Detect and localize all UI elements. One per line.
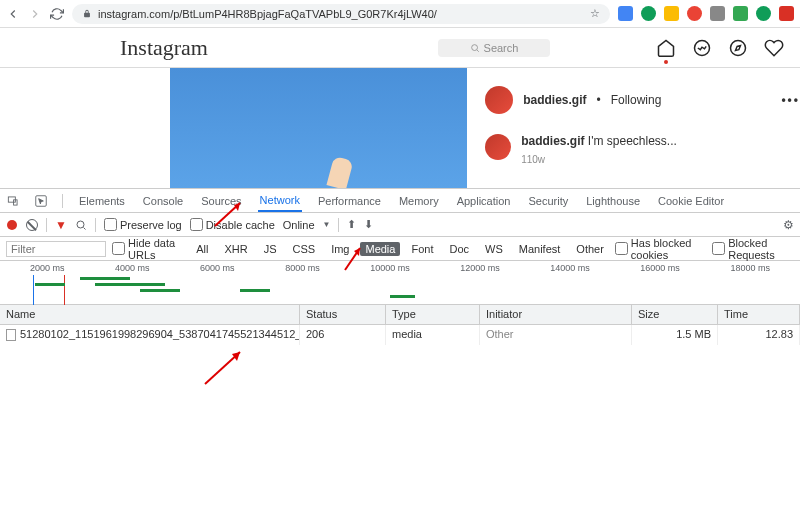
- disable-cache-checkbox[interactable]: Disable cache: [190, 218, 275, 231]
- svg-point-0: [471, 44, 477, 50]
- tab-console[interactable]: Console: [141, 191, 185, 211]
- post-header: baddies.gif • Following •••: [485, 86, 800, 114]
- star-icon[interactable]: ☆: [590, 7, 600, 20]
- tab-sources[interactable]: Sources: [199, 191, 243, 211]
- search-box[interactable]: Search: [438, 39, 551, 57]
- url-text: instagram.com/p/BtLumP4HR8BpjagFaQaTVAPb…: [98, 8, 437, 20]
- chip-font[interactable]: Font: [406, 242, 438, 256]
- more-options[interactable]: •••: [781, 93, 800, 107]
- blocked-requests-checkbox[interactable]: Blocked Requests: [712, 237, 794, 261]
- col-initiator[interactable]: Initiator: [480, 305, 632, 324]
- chip-css[interactable]: CSS: [288, 242, 321, 256]
- back-button[interactable]: [6, 7, 20, 21]
- chip-doc[interactable]: Doc: [444, 242, 474, 256]
- reload-button[interactable]: [50, 7, 64, 21]
- explore-icon[interactable]: [728, 38, 748, 58]
- cell-size: 1.5 MB: [632, 325, 718, 345]
- inspect-icon[interactable]: [34, 194, 48, 208]
- extension-icons: [618, 6, 794, 21]
- upload-icon[interactable]: ⬆: [347, 218, 356, 231]
- chip-ws[interactable]: WS: [480, 242, 508, 256]
- forward-button[interactable]: [28, 7, 42, 21]
- tab-elements[interactable]: Elements: [77, 191, 127, 211]
- content-area: baddies.gif • Following ••• baddies.gif …: [0, 68, 800, 188]
- col-status[interactable]: Status: [300, 305, 386, 324]
- tab-application[interactable]: Application: [455, 191, 513, 211]
- chip-xhr[interactable]: XHR: [219, 242, 252, 256]
- extension-icon[interactable]: [733, 6, 748, 21]
- time-labels: 2000 ms4000 ms6000 ms8000 ms10000 ms1200…: [0, 261, 800, 275]
- hide-data-urls-checkbox[interactable]: Hide data URLs: [112, 237, 185, 261]
- cell-name: 51280102_1151961998296904_53870417455213…: [0, 325, 300, 345]
- lock-icon: [82, 9, 92, 19]
- extension-icon[interactable]: [641, 6, 656, 21]
- tab-performance[interactable]: Performance: [316, 191, 383, 211]
- table-row[interactable]: 51280102_1151961998296904_53870417455213…: [0, 325, 800, 345]
- post-sidebar: baddies.gif • Following ••• baddies.gif …: [485, 68, 800, 188]
- col-name[interactable]: Name: [0, 305, 300, 324]
- filter-input[interactable]: [6, 241, 106, 257]
- annotation-arrow: [200, 349, 260, 391]
- blocked-cookies-checkbox[interactable]: Has blocked cookies: [615, 237, 706, 261]
- device-toggle-icon[interactable]: [6, 194, 20, 208]
- instagram-logo[interactable]: Instagram: [120, 35, 208, 61]
- extension-icon[interactable]: [664, 6, 679, 21]
- svg-point-2: [731, 40, 746, 55]
- extension-icon[interactable]: [687, 6, 702, 21]
- cell-initiator: Other: [480, 325, 632, 345]
- table-header: Name Status Type Initiator Size Time: [0, 305, 800, 325]
- cell-time: 12.83: [718, 325, 800, 345]
- network-toolbar: ▼ Preserve log Disable cache Online ▼ ⬆ …: [0, 213, 800, 237]
- extension-icon[interactable]: [710, 6, 725, 21]
- preserve-log-checkbox[interactable]: Preserve log: [104, 218, 182, 231]
- download-icon[interactable]: ⬇: [364, 218, 373, 231]
- instagram-header: Instagram Search: [0, 28, 800, 68]
- chip-js[interactable]: JS: [259, 242, 282, 256]
- file-icon: [6, 329, 16, 341]
- tab-network[interactable]: Network: [258, 190, 302, 212]
- post-age: 110w: [521, 154, 677, 165]
- record-button[interactable]: [6, 219, 18, 231]
- filter-toggle-icon[interactable]: ▼: [55, 218, 67, 232]
- extension-icon[interactable]: [779, 6, 794, 21]
- tab-lighthouse[interactable]: Lighthouse: [584, 191, 642, 211]
- extension-icon[interactable]: [756, 6, 771, 21]
- instagram-nav: [656, 38, 784, 58]
- chip-img[interactable]: Img: [326, 242, 354, 256]
- cell-status: 206: [300, 325, 386, 345]
- avatar[interactable]: [485, 86, 513, 114]
- extension-icon[interactable]: [618, 6, 633, 21]
- chip-manifest[interactable]: Manifest: [514, 242, 566, 256]
- col-type[interactable]: Type: [386, 305, 480, 324]
- gear-icon[interactable]: ⚙: [783, 218, 794, 232]
- chip-all[interactable]: All: [191, 242, 213, 256]
- col-size[interactable]: Size: [632, 305, 718, 324]
- notification-dot: [664, 60, 668, 64]
- follow-status[interactable]: Following: [611, 93, 662, 107]
- caption: baddies.gif I'm speechless...: [521, 134, 677, 148]
- post-image[interactable]: [170, 68, 467, 188]
- search-placeholder: Search: [484, 42, 519, 54]
- search-icon[interactable]: [75, 219, 87, 231]
- messenger-icon[interactable]: [692, 38, 712, 58]
- tab-security[interactable]: Security: [526, 191, 570, 211]
- chip-media[interactable]: Media: [360, 242, 400, 256]
- address-bar[interactable]: instagram.com/p/BtLumP4HR8BpjagFaQaTVAPb…: [72, 4, 610, 24]
- clear-button[interactable]: [26, 219, 38, 231]
- caption-user[interactable]: baddies.gif: [521, 134, 584, 148]
- col-time[interactable]: Time: [718, 305, 800, 324]
- tab-cookie-editor[interactable]: Cookie Editor: [656, 191, 726, 211]
- throttling-dropdown[interactable]: Online: [283, 219, 315, 231]
- chip-other[interactable]: Other: [571, 242, 609, 256]
- tab-memory[interactable]: Memory: [397, 191, 441, 211]
- cell-type: media: [386, 325, 480, 345]
- caption-text: I'm speechless...: [588, 134, 677, 148]
- heart-icon[interactable]: [764, 38, 784, 58]
- caption-row: baddies.gif I'm speechless... 110w: [485, 134, 800, 165]
- chevron-down-icon: ▼: [323, 220, 331, 229]
- avatar[interactable]: [485, 134, 511, 160]
- home-icon[interactable]: [656, 38, 676, 58]
- username[interactable]: baddies.gif: [523, 93, 586, 107]
- waterfall-overview[interactable]: 2000 ms4000 ms6000 ms8000 ms10000 ms1200…: [0, 261, 800, 305]
- search-icon: [470, 43, 480, 53]
